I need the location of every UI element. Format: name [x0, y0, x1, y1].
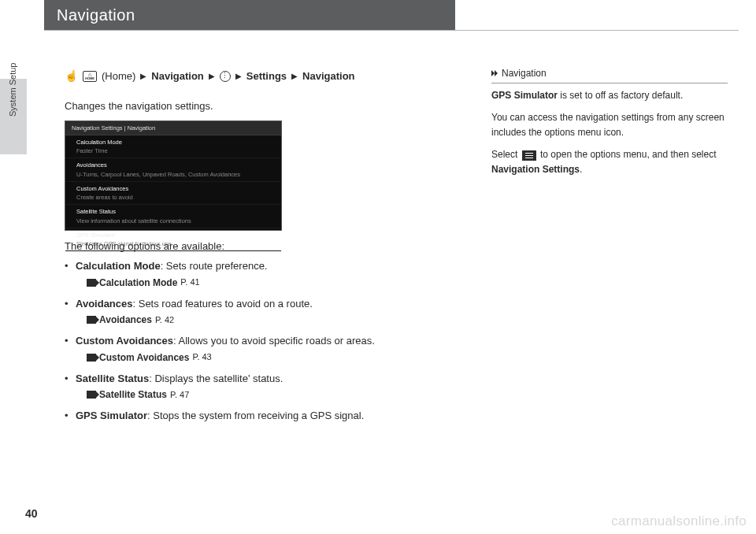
option-desc: : Sets road features to avoid on a route… — [133, 298, 313, 310]
option-desc: : Stops the system from receiving a GPS … — [147, 410, 364, 421]
options-list: Calculation Mode: Sets route preference.… — [65, 258, 466, 424]
side-p3a: Select — [491, 149, 521, 160]
screenshot-row-title: Custom Avoidances — [76, 184, 270, 193]
screenshot-row-title: Satellite Status — [76, 207, 270, 216]
option-name: GPS Simulator — [76, 410, 147, 421]
side-p3c: Navigation Settings — [491, 164, 580, 175]
option-desc: : Allows you to avoid specific roads or … — [173, 335, 375, 347]
option-item: Custom Avoidances: Allows you to avoid s… — [65, 333, 466, 365]
crumb-settings: Settings — [246, 69, 287, 84]
arrow-icon: ▶ — [140, 70, 146, 82]
xref: Satellite Status P. 47 — [76, 388, 466, 402]
option-item: Avoidances: Sets road features to avoid … — [65, 296, 466, 328]
screenshot-row: Satellite Status View information about … — [65, 205, 281, 228]
xref-page: P. 41 — [180, 276, 199, 289]
arrow-icon: ▶ — [235, 70, 242, 82]
xref-label: Avoidances — [99, 313, 152, 327]
xref: Custom Avoidances P. 43 — [76, 350, 466, 365]
option-name: Satellite Status — [76, 373, 149, 384]
xref-page: P. 42 — [155, 313, 174, 327]
screenshot-row-title: Calculation Mode — [76, 138, 270, 146]
side-p1-bold: GPS Simulator — [491, 90, 558, 101]
option-item: GPS Simulator: Stops the system from rec… — [65, 408, 466, 424]
screenshot-header: Navigation Settings | Navigation — [65, 121, 281, 135]
page-title-bar: Navigation — [44, 0, 455, 30]
main-column: ☝ ⌂ HOME (Home) ▶ Navigation ▶ ⋮ ▶ Setti… — [65, 68, 466, 430]
page-number: 40 — [25, 507, 38, 520]
screenshot-row: Custom Avoidances Create areas to avoid — [65, 182, 281, 206]
xref-page: P. 43 — [192, 350, 211, 364]
side-p3d: . — [580, 164, 582, 175]
screenshot-row-desc: Create areas to avoid — [76, 193, 270, 202]
xref-label: Custom Avoidances — [99, 350, 189, 365]
options-dots-icon: ⋮ — [220, 71, 231, 82]
side-heading: Navigation — [502, 66, 547, 81]
side-tab-label: System Setup — [8, 63, 17, 117]
xref-label: Calculation Mode — [99, 276, 177, 290]
home-label: (Home) — [102, 69, 135, 84]
side-double-arrow-icon — [491, 70, 498, 77]
screenshot-row-title: Avoidances — [76, 161, 270, 169]
options-intro: The following options are available: — [65, 239, 466, 254]
settings-screenshot: Navigation Settings | Navigation Calcula… — [65, 121, 282, 231]
xref-label: Satellite Status — [99, 388, 167, 402]
screenshot-row-desc: View information about satellite connect… — [76, 217, 270, 225]
home-icon: ⌂ HOME — [83, 71, 97, 82]
breadcrumb: ☝ ⌂ HOME (Home) ▶ Navigation ▶ ⋮ ▶ Setti… — [65, 68, 466, 84]
crumb-navigation2: Navigation — [302, 69, 354, 84]
arrow-icon: ▶ — [291, 70, 298, 82]
intro-text: Changes the navigation settings. — [65, 98, 466, 114]
side-p1-rest: is set to off as factory default. — [558, 90, 683, 101]
arrow-icon: ▶ — [209, 70, 215, 82]
xref: Calculation Mode P. 41 — [76, 276, 466, 290]
xref-arrow-icon — [87, 354, 96, 362]
screenshot-row: Calculation Mode Faster Time — [65, 135, 281, 159]
option-name: Calculation Mode — [76, 260, 161, 272]
home-icon-text: HOME — [85, 77, 94, 80]
option-item: Calculation Mode: Sets route preference.… — [65, 258, 466, 290]
crumb-navigation: Navigation — [151, 69, 203, 84]
option-item: Satellite Status: Displays the satellite… — [65, 371, 466, 402]
option-desc: : Displays the satellite' status. — [149, 373, 283, 384]
side-p1: GPS Simulator is set to off as factory d… — [491, 88, 728, 103]
title-rule — [44, 30, 739, 31]
screenshot-row-desc: Faster Time — [76, 146, 270, 155]
hand-icon: ☝ — [65, 68, 78, 84]
option-name: Custom Avoidances — [76, 335, 173, 347]
watermark: carmanualsonline.info — [611, 514, 747, 529]
option-name: Avoidances — [76, 298, 133, 310]
xref-arrow-icon — [87, 316, 96, 324]
xref: Avoidances P. 42 — [76, 313, 466, 327]
xref-arrow-icon — [87, 279, 96, 287]
option-desc: : Sets route preference. — [161, 260, 268, 272]
xref-page: P. 47 — [170, 388, 189, 402]
side-p3b: to open the options menu, and then selec… — [538, 149, 717, 160]
side-heading-row: Navigation — [491, 66, 728, 83]
page-title: Navigation — [57, 6, 135, 24]
screenshot-row-desc: U-Turns, Carpool Lanes, Unpaved Roads, C… — [76, 170, 270, 179]
hamburger-menu-icon — [522, 150, 536, 161]
side-column: Navigation GPS Simulator is set to off a… — [491, 66, 728, 185]
screenshot-row: Avoidances U-Turns, Carpool Lanes, Unpav… — [65, 158, 281, 182]
xref-arrow-icon — [87, 391, 96, 399]
side-p3: Select to open the options menu, and the… — [491, 147, 728, 176]
side-p2: You can access the navigation settings f… — [491, 110, 728, 139]
side-body: GPS Simulator is set to off as factory d… — [491, 88, 728, 177]
